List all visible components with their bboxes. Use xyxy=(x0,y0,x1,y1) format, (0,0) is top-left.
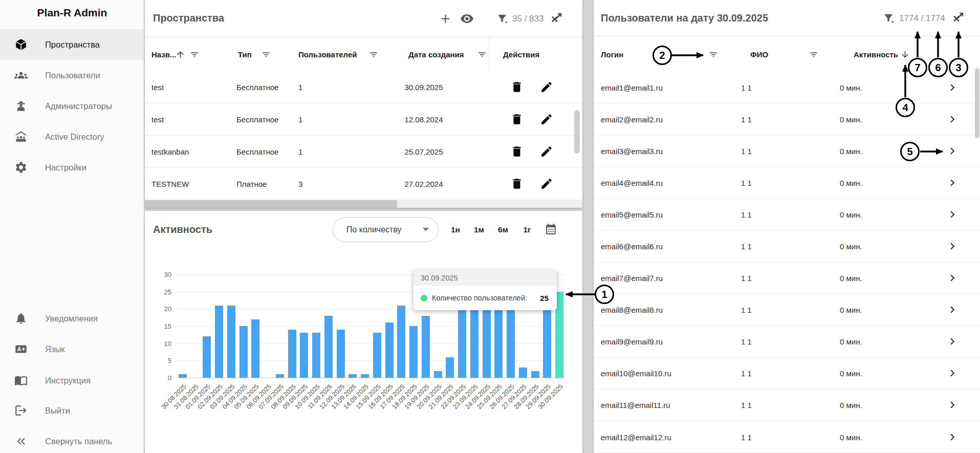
sidebar-item-active-directory[interactable]: Active Directory xyxy=(0,121,144,152)
bar[interactable] xyxy=(361,374,369,378)
user-fio: 1 1 xyxy=(741,433,752,441)
expand-clear-icon[interactable] xyxy=(550,11,563,25)
row-expand-button[interactable] xyxy=(946,81,959,94)
bar[interactable] xyxy=(349,374,357,378)
user-login: email8@email8.ru xyxy=(601,306,663,314)
chevron-right-icon xyxy=(946,144,959,158)
bar[interactable] xyxy=(470,306,478,378)
people-icon xyxy=(14,69,28,82)
visibility-button[interactable] xyxy=(460,12,474,26)
bar[interactable] xyxy=(385,322,394,378)
delete-button[interactable] xyxy=(510,145,524,158)
bar[interactable] xyxy=(409,326,418,378)
bar[interactable] xyxy=(251,319,259,378)
bar[interactable] xyxy=(446,357,454,378)
row-expand-button[interactable] xyxy=(946,144,959,158)
filter-list-icon[interactable] xyxy=(809,50,818,59)
column-header-type[interactable]: Тип xyxy=(238,50,252,59)
delete-button[interactable] xyxy=(510,113,524,126)
delete-button[interactable] xyxy=(510,177,524,190)
bar[interactable] xyxy=(288,330,296,378)
user-login: email11@email11.ru xyxy=(601,401,670,409)
sidebar-item-admins[interactable]: Администраторы xyxy=(0,91,144,121)
sidebar-item-language[interactable]: A Язык xyxy=(0,334,144,364)
filter-list-icon[interactable] xyxy=(709,50,718,59)
bar[interactable] xyxy=(397,306,405,378)
column-header-login[interactable]: Логин xyxy=(601,50,623,59)
sidebar-item-manual[interactable]: Инструкция xyxy=(0,365,144,396)
row-expand-button[interactable] xyxy=(946,240,959,253)
bar[interactable] xyxy=(494,306,503,378)
row-expand-button[interactable] xyxy=(946,271,959,285)
cube-icon xyxy=(14,38,28,51)
bar[interactable] xyxy=(434,371,442,378)
bar[interactable] xyxy=(215,306,223,378)
scrollbar-thumb[interactable] xyxy=(145,200,397,208)
bar[interactable] xyxy=(300,333,308,378)
user-login: email7@email7.ru xyxy=(601,274,663,283)
column-header-users[interactable]: Пользователей xyxy=(298,50,357,59)
column-header-fio[interactable]: ФИО xyxy=(750,50,768,59)
filter-list-icon[interactable] xyxy=(369,50,378,59)
filter-list-icon[interactable] xyxy=(190,50,199,59)
row-expand-button[interactable] xyxy=(946,430,959,444)
user-activity: 0 мин. xyxy=(840,369,862,378)
bar[interactable] xyxy=(507,309,515,378)
bar[interactable] xyxy=(227,306,235,378)
row-expand-button[interactable] xyxy=(946,398,959,412)
user-fio: 1 1 xyxy=(741,369,752,378)
row-expand-button[interactable] xyxy=(946,113,959,126)
bar[interactable] xyxy=(519,368,527,378)
filter-funnel-icon[interactable] xyxy=(883,13,896,24)
table-row: TESTNEW Платное 3 27.02.2024 xyxy=(145,168,582,200)
bar[interactable] xyxy=(483,309,491,378)
expand-clear-icon[interactable] xyxy=(952,11,965,24)
column-header-name[interactable]: Назв... xyxy=(151,50,177,59)
row-expand-button[interactable] xyxy=(946,208,959,221)
row-expand-button[interactable] xyxy=(946,303,959,316)
user-fio: 1 1 xyxy=(741,306,752,314)
chevron-right-icon xyxy=(946,430,959,444)
bar[interactable] xyxy=(179,374,187,378)
sidebar-item-logout[interactable]: Выйти xyxy=(0,395,144,426)
vertical-scrollbar[interactable] xyxy=(574,110,580,154)
row-expand-button[interactable] xyxy=(946,335,959,348)
filter-list-icon[interactable] xyxy=(262,50,271,59)
vertical-scrollbar[interactable] xyxy=(975,68,979,138)
bar[interactable] xyxy=(422,316,430,378)
annotation-1: 1 xyxy=(595,285,614,304)
filter-list-icon[interactable] xyxy=(477,50,487,59)
sidebar-item-collapse[interactable]: Свернуть панель xyxy=(0,426,144,453)
row-expand-button[interactable] xyxy=(946,176,959,189)
bar[interactable] xyxy=(312,333,320,378)
sidebar-item-users[interactable]: Пользователи xyxy=(0,60,144,91)
add-space-button[interactable] xyxy=(439,12,452,26)
bar[interactable] xyxy=(373,333,381,378)
bar[interactable] xyxy=(543,306,551,378)
edit-button[interactable] xyxy=(540,80,553,94)
edit-button[interactable] xyxy=(540,113,553,126)
chevron-right-icon xyxy=(946,366,959,380)
edit-button[interactable] xyxy=(540,145,553,158)
row-expand-button[interactable] xyxy=(946,366,959,380)
bar[interactable] xyxy=(337,330,345,378)
sort-down-icon[interactable] xyxy=(900,50,910,59)
sidebar-item-notifications[interactable]: Уведомления xyxy=(0,303,144,334)
sidebar-item-spaces[interactable]: Пространства xyxy=(0,29,144,60)
bar[interactable] xyxy=(239,326,248,378)
bar[interactable] xyxy=(324,316,333,378)
bar[interactable] xyxy=(203,336,211,378)
sidebar-item-settings[interactable]: Настройки xyxy=(0,152,144,183)
horizontal-scrollbar[interactable] xyxy=(145,200,582,208)
admin-spy-icon xyxy=(14,99,28,113)
bar[interactable] xyxy=(458,309,466,378)
user-fio: 1 1 xyxy=(741,242,752,251)
filter-funnel-icon[interactable] xyxy=(497,13,509,25)
bar[interactable] xyxy=(531,371,539,378)
edit-button[interactable] xyxy=(540,177,553,190)
column-header-created[interactable]: Дата создания xyxy=(408,50,464,59)
bar[interactable] xyxy=(276,374,284,378)
column-header-activity[interactable]: Активность xyxy=(854,50,898,59)
sort-up-icon[interactable] xyxy=(176,50,185,59)
delete-button[interactable] xyxy=(510,80,524,94)
